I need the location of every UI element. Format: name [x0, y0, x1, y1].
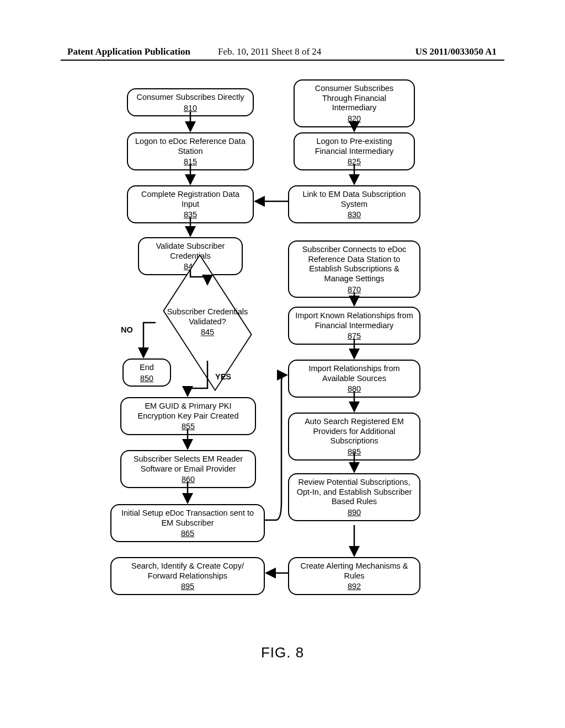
- node-text: End: [140, 363, 154, 373]
- node-text: EM GUID & Primary PKI Encryption Key Pai…: [127, 402, 249, 421]
- header-center: Feb. 10, 2011 Sheet 8 of 24: [218, 46, 321, 57]
- node-895: Search, Identify & Create Copy/ Forward …: [110, 557, 265, 595]
- node-text: Logon to eDoc Reference Data Station: [134, 137, 247, 156]
- node-text: Review Potential Subscriptions, Opt-In, …: [295, 478, 414, 507]
- connectors: [0, 77, 565, 629]
- node-825: Logon to Pre-existing Financial Intermed…: [294, 132, 415, 170]
- node-text: Search, Identify & Create Copy/ Forward …: [117, 561, 258, 581]
- node-860: Subscriber Selects EM Reader Software or…: [120, 450, 256, 488]
- node-875: Import Known Relationships from Financia…: [288, 307, 420, 345]
- node-text: Validate Subscriber Credentials: [145, 242, 236, 261]
- node-ref: 810: [184, 104, 197, 114]
- node-ref: 830: [348, 210, 361, 220]
- label-yes: YES: [215, 372, 231, 381]
- node-ref: 835: [184, 210, 197, 220]
- figure-label: FIG. 8: [0, 644, 565, 661]
- node-865: Initial Setup eDoc Transaction sent to E…: [110, 504, 265, 542]
- node-text: Initial Setup eDoc Transaction sent to E…: [117, 508, 258, 528]
- node-text: Auto Search Registered EM Providers for …: [295, 417, 414, 446]
- node-850: End 850: [122, 358, 171, 387]
- node-890: Review Potential Subscriptions, Opt-In, …: [288, 473, 420, 521]
- node-ref: 870: [348, 285, 361, 295]
- node-text: Link to EM Data Subscription System: [295, 190, 414, 209]
- header-rule: [61, 60, 504, 61]
- node-text: Consumer Subscribes Directly: [136, 93, 244, 103]
- node-text: Import Relationships from Available Sour…: [295, 364, 414, 383]
- node-ref: 895: [181, 582, 194, 592]
- node-892: Create Alerting Mechanisms & Rules 892: [288, 557, 420, 595]
- node-820: Consumer Subscribes Through Financial In…: [294, 79, 415, 127]
- node-815: Logon to eDoc Reference Data Station 815: [127, 132, 254, 170]
- node-text: Import Known Relationships from Financia…: [295, 311, 414, 330]
- header-left: Patent Application Publication: [67, 46, 190, 57]
- node-ref: 860: [182, 475, 195, 485]
- label-no: NO: [121, 325, 133, 334]
- node-text: Subscriber Connects to eDoc Reference Da…: [295, 245, 414, 284]
- node-ref: 815: [184, 157, 197, 167]
- node-text: Consumer Subscribes Through Financial In…: [300, 84, 408, 113]
- node-ref: 865: [181, 529, 194, 539]
- node-845-decision: Subscriber Credentials Validated? 845: [152, 281, 263, 364]
- node-870: Subscriber Connects to eDoc Reference Da…: [288, 240, 420, 298]
- node-ref: 855: [182, 422, 195, 432]
- flowchart: Consumer Subscribes Directly 810 Logon t…: [0, 77, 565, 629]
- node-text: Subscriber Credentials Validated?: [167, 307, 248, 326]
- page-header: Patent Application Publication Feb. 10, …: [0, 46, 565, 57]
- node-830: Link to EM Data Subscription System 830: [288, 185, 420, 223]
- node-885: Auto Search Registered EM Providers for …: [288, 413, 420, 461]
- node-ref: 885: [348, 447, 361, 457]
- node-880: Import Relationships from Available Sour…: [288, 360, 420, 398]
- header-right: US 2011/0033050 A1: [415, 46, 497, 57]
- node-text: Create Alerting Mechanisms & Rules: [295, 561, 414, 581]
- node-ref: 892: [348, 582, 361, 592]
- node-ref: 845: [158, 328, 257, 338]
- node-text: Complete Registration Data Input: [134, 190, 247, 209]
- node-ref: 820: [348, 114, 361, 124]
- node-835: Complete Registration Data Input 835: [127, 185, 254, 223]
- node-text-wrap: Subscriber Credentials Validated? 845: [158, 307, 257, 338]
- node-ref: 825: [348, 157, 361, 167]
- node-ref: 850: [140, 374, 153, 384]
- node-ref: 875: [348, 331, 361, 341]
- node-ref: 880: [348, 384, 361, 394]
- node-text: Subscriber Selects EM Reader Software or…: [127, 454, 249, 474]
- node-ref: 890: [348, 508, 361, 518]
- node-810: Consumer Subscribes Directly 810: [127, 88, 254, 116]
- node-text: Logon to Pre-existing Financial Intermed…: [300, 137, 408, 156]
- node-855: EM GUID & Primary PKI Encryption Key Pai…: [120, 397, 256, 435]
